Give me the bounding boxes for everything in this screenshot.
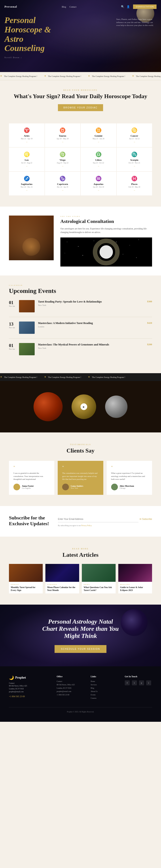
article-card-4[interactable]: HEALING Guide to Lunar & Solar Eclipses … bbox=[118, 564, 152, 593]
testimonial-role-3: Chicago bbox=[120, 487, 134, 489]
testimonials-grid: " I was so grateful to attended the cons… bbox=[9, 461, 152, 495]
zodiac-card-sagittarius[interactable]: ♐ Sagittarius Nov 22 - Dec 21 → bbox=[9, 172, 44, 195]
article-category-1: ZODIAC bbox=[9, 582, 43, 586]
zodiac-card-pisces[interactable]: ♓ Pisces Feb 19 - Mar 20 → bbox=[117, 172, 152, 195]
play-button[interactable]: ▶ bbox=[80, 403, 87, 410]
event-image-2 bbox=[19, 321, 35, 334]
footer-link-services[interactable]: Services bbox=[91, 684, 118, 686]
zodiac-card-scorpio[interactable]: ♏ Scorpio Oct 23 - Nov 21 → bbox=[117, 148, 152, 171]
zodiac-card-libra[interactable]: ♎ Libra Sep 23 - Oct 22 → bbox=[81, 148, 116, 171]
event-item-2[interactable]: 13 Nov Jan Masterclass: A Modern Initiat… bbox=[9, 321, 152, 339]
nav-icons: 🔍 👤 CONSULTATION bbox=[121, 4, 157, 9]
schedule-session-button[interactable]: SCHEDULE YOUR SESSION bbox=[55, 645, 106, 653]
zodiac-dates-aries: Mar 21 - Apr 19 bbox=[11, 138, 42, 140]
nav-link-blog[interactable]: Blog bbox=[62, 6, 66, 8]
hero-scroll[interactable]: Scroll Down bbox=[4, 56, 112, 59]
newsletter-right: ✉ Subscribe By subscribing you agree to … bbox=[58, 516, 152, 527]
testimonial-card-2: " The consultation was extremely helpful… bbox=[58, 461, 103, 495]
event-item-3[interactable]: 01 Nov Jan Masterclass: The Mystical Pow… bbox=[9, 343, 152, 360]
article-card-2[interactable]: UPDATES Moon Phase Calendar for the Next… bbox=[45, 564, 79, 593]
event-date-1: 01 Nov Jan bbox=[9, 300, 15, 307]
hero-section: Personal Blog Contact 🔍 👤 CONSULTATION P… bbox=[0, 0, 161, 72]
footer-link-blog[interactable]: Blog bbox=[91, 687, 118, 689]
hero-left: Personal Horoscope & Astro Counseling Sc… bbox=[4, 16, 112, 59]
footer-brand-col: 🌙 Prophet Contact 88 Old Street, Office … bbox=[9, 675, 50, 701]
article-card-3[interactable]: NEWS What Questions Can You Ask Tarot Ca… bbox=[82, 564, 116, 593]
zodiac-card-leo[interactable]: ♌ Leo Jul 23 - Aug 22 → bbox=[9, 148, 44, 171]
newsletter-left: Subscribe for the Exclusive Updates! bbox=[9, 515, 49, 528]
footer-office-heading: Office bbox=[57, 675, 84, 678]
event-price-1: $300 bbox=[143, 300, 152, 303]
zodiac-dates-leo: Jul 23 - Aug 22 bbox=[11, 162, 42, 164]
hero-title: Personal Horoscope & Astro Counseling bbox=[4, 16, 112, 53]
zodiac-dates-capricorn: Dec 22 - Jan 19 bbox=[47, 186, 78, 188]
footer-phone[interactable]: +1 804 565 23 69 bbox=[9, 695, 50, 698]
zodiac-card-virgo[interactable]: ♍ Virgo Aug 23 - Sep 22 → bbox=[45, 148, 80, 171]
footer-link-events[interactable]: Events bbox=[91, 694, 118, 696]
bottom-hero-title: Personal Astrology Natal Chart Reveals M… bbox=[41, 618, 120, 640]
article-title-1: Monthly Tarot Spread for Every Sign bbox=[9, 586, 43, 593]
zodiac-dates-sagittarius: Nov 22 - Dec 21 bbox=[11, 186, 42, 188]
consultation-button[interactable]: CONSULTATION bbox=[133, 4, 157, 9]
testimonial-author-info-2: Luna Anders New York bbox=[71, 485, 83, 489]
youtube-icon[interactable]: y bbox=[139, 680, 144, 685]
zodiac-symbol-virgo: ♍ bbox=[47, 152, 78, 157]
event-info-2: Masterclass: A Modern Initiative Tarot R… bbox=[38, 321, 140, 328]
testimonial-text-1: I was so grateful to attended the consul… bbox=[13, 472, 50, 481]
consultation-star-image bbox=[60, 238, 152, 267]
footer-link-courses[interactable]: Courses bbox=[91, 697, 118, 699]
footer-office-item-1[interactable]: Contact bbox=[57, 680, 84, 682]
article-card-1[interactable]: ZODIAC Monthly Tarot Spread for Every Si… bbox=[9, 564, 43, 593]
zodiac-dates-scorpio: Oct 23 - Nov 21 bbox=[119, 162, 150, 164]
event-image-3 bbox=[19, 343, 35, 355]
instagram-icon[interactable]: i bbox=[146, 680, 151, 685]
footer-office-item-5[interactable]: +1 804 565 23 69 bbox=[57, 694, 84, 696]
nav-link-contact[interactable]: Contact bbox=[69, 6, 76, 8]
zodiac-symbol-aquarius: ♒ bbox=[83, 176, 114, 182]
zodiac-symbol-scorpio: ♏ bbox=[119, 152, 150, 157]
facebook-icon[interactable]: f bbox=[125, 680, 130, 685]
zodiac-arrow-scorpio: → bbox=[119, 165, 150, 167]
zodiac-grid: ♈ Aries Mar 21 - Apr 19 → ♉ Taurus Apr 2… bbox=[9, 123, 152, 195]
email-input[interactable] bbox=[58, 516, 138, 522]
footer-office-col: Office Contact 88 Old Street, Office 425… bbox=[57, 675, 84, 701]
user-icon[interactable]: 👤 bbox=[127, 5, 130, 8]
zodiac-arrow-leo: → bbox=[11, 165, 42, 167]
zodiac-name-aquarius: Aquarius bbox=[83, 183, 114, 185]
zodiac-card-gemini[interactable]: ♊ Gemini May 21 - Jun 20 → bbox=[81, 123, 116, 147]
zodiac-dates-libra: Sep 23 - Oct 22 bbox=[83, 162, 114, 164]
zodiac-card-aries[interactable]: ♈ Aries Mar 21 - Apr 19 → bbox=[9, 123, 44, 147]
footer-link-about[interactable]: About Us bbox=[91, 690, 118, 692]
footer-links-col: Links Home Services Blog About Us Events… bbox=[91, 675, 118, 701]
svg-point-11 bbox=[83, 255, 83, 256]
zodiac-symbol-cancer: ♋ bbox=[119, 127, 150, 133]
svg-point-6 bbox=[105, 250, 105, 250]
consultation-title: Astrological Consultation bbox=[60, 218, 152, 224]
testimonial-author-info-3: Alice Morrison Chicago bbox=[120, 485, 134, 489]
zodiac-card-aquarius[interactable]: ♒ Aquarius Jan 20 - Feb 18 → bbox=[81, 172, 116, 195]
zodiac-card-capricorn[interactable]: ♑ Capricorn Dec 22 - Jan 19 → bbox=[45, 172, 80, 195]
zodiac-card-cancer[interactable]: ♋ Cancer Jun 21 - Jul 22 → bbox=[117, 123, 152, 147]
footer-links-heading: Links bbox=[91, 675, 118, 678]
planet-gold[interactable]: ▶ bbox=[71, 395, 96, 419]
event-item-1[interactable]: 01 Nov Jan Tarot Reading Party: Spreads … bbox=[9, 300, 152, 317]
footer-office-item-4[interactable]: prophet@email.com bbox=[57, 690, 84, 692]
search-icon[interactable]: 🔍 bbox=[121, 5, 124, 8]
subscribe-button[interactable]: ✉ Subscribe bbox=[139, 516, 152, 522]
twitter-icon[interactable]: t bbox=[132, 680, 137, 685]
bottom-hero-section: Personal Astrology Natal Chart Reveals M… bbox=[0, 604, 161, 666]
browse-zodiac-button[interactable]: BROWSE YOUR ZODIAC bbox=[58, 104, 103, 111]
ticker-dot2-3: ✦ bbox=[88, 375, 90, 379]
articles-title: Latest Articles bbox=[9, 552, 152, 558]
footer-social-heading: Get In Touch bbox=[125, 675, 152, 678]
footer-link-home[interactable]: Home bbox=[91, 680, 118, 682]
testimonial-avatar-1 bbox=[13, 484, 20, 490]
article-category-3: NEWS bbox=[82, 582, 116, 586]
consultation-section-label: SEE THE STARS bbox=[60, 216, 152, 217]
footer: 🌙 Prophet Contact 88 Old Street, Office … bbox=[0, 666, 161, 722]
zodiac-card-taurus[interactable]: ♉ Taurus Apr 20 - May 20 → bbox=[45, 123, 80, 147]
event-info-3: Masterclass: The Mystical Powers of Gems… bbox=[38, 343, 140, 349]
ticker-item2-1: ✦ The Complete Energy Healing Program ! bbox=[0, 375, 37, 379]
privacy-policy-link[interactable]: Privacy Policy bbox=[82, 525, 92, 527]
testimonial-text-3: What a great experience! I've joined an … bbox=[111, 472, 148, 481]
